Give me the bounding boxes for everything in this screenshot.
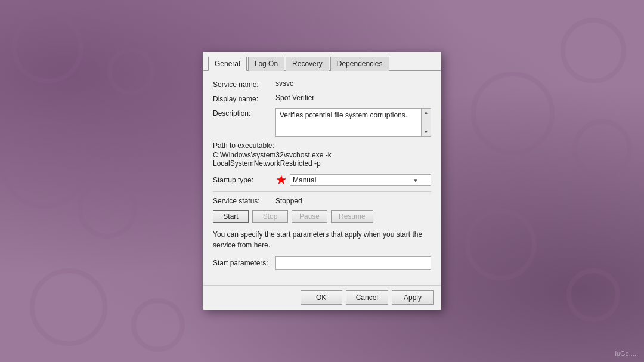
scroll-down-icon: ▼ — [424, 129, 429, 135]
start-params-row: Start parameters: — [213, 256, 431, 270]
description-row: Description: Verifies potential file sys… — [213, 108, 431, 137]
path-value: C:\Windows\system32\svchost.exe -k Local… — [213, 151, 431, 168]
service-name-row: Service name: svsvc — [213, 79, 431, 89]
start-button[interactable]: Start — [213, 210, 249, 223]
cancel-button[interactable]: Cancel — [346, 290, 388, 305]
tab-content-general: Service name: svsvc Display name: Spot V… — [203, 71, 441, 285]
tab-bar: General Log On Recovery Dependencies — [203, 52, 441, 71]
deco-circle — [131, 298, 185, 352]
stop-button[interactable]: Stop — [252, 210, 288, 223]
properties-dialog: General Log On Recovery Dependencies Ser… — [203, 52, 441, 310]
deco-circle — [30, 268, 107, 346]
deco-circle — [566, 268, 620, 322]
scroll-up-icon: ▲ — [424, 110, 429, 115]
info-text: You can specify the start parameters tha… — [213, 229, 431, 250]
display-name-row: Display name: Spot Verifier — [213, 94, 431, 103]
service-control-buttons: Start Stop Pause Resume — [213, 210, 431, 223]
service-status-row: Service status: Stopped — [213, 197, 431, 205]
startup-type-row: Startup type: ★ Manual ▼ — [213, 174, 431, 187]
deco-circle — [471, 72, 555, 155]
divider — [213, 191, 431, 192]
tab-dependencies[interactable]: Dependencies — [330, 57, 389, 71]
description-box: Verifies potential file system corruptio… — [275, 108, 431, 137]
ok-button[interactable]: OK — [301, 290, 342, 305]
tab-general[interactable]: General — [208, 57, 247, 71]
tab-recovery[interactable]: Recovery — [286, 57, 329, 71]
deco-circle — [572, 119, 632, 179]
deco-circle — [561, 18, 626, 83]
deco-circle — [465, 209, 537, 280]
deco-circle — [78, 179, 137, 239]
description-text: Verifies potential file system corruptio… — [280, 111, 418, 119]
service-status-label: Service status: — [213, 197, 275, 205]
resume-button[interactable]: Resume — [331, 210, 373, 223]
deco-circle — [12, 12, 83, 83]
start-params-label: Start parameters: — [213, 259, 275, 267]
pause-button[interactable]: Pause — [292, 210, 327, 223]
service-status-value: Stopped — [275, 197, 302, 205]
service-name-label: Service name: — [213, 79, 275, 89]
dropdown-arrow-icon: ▼ — [413, 177, 419, 184]
start-params-input[interactable] — [275, 256, 431, 270]
tab-logon[interactable]: Log On — [248, 57, 284, 71]
deco-circle — [107, 48, 155, 95]
description-scrollbar[interactable]: ▲ ▼ — [421, 109, 431, 136]
startup-type-value: Manual — [293, 176, 316, 184]
path-label: Path to executable: — [213, 141, 431, 150]
watermark: iuGo..... — [615, 350, 638, 357]
startup-type-label: Startup type: — [213, 176, 275, 184]
star-icon: ★ — [275, 174, 287, 187]
description-label: Description: — [213, 108, 275, 117]
startup-type-dropdown[interactable]: Manual ▼ — [290, 174, 431, 186]
path-section: Path to executable: C:\Windows\system32\… — [213, 141, 431, 168]
apply-button[interactable]: Apply — [392, 290, 434, 305]
deco-circle — [0, 119, 89, 209]
dialog-footer: OK Cancel Apply — [203, 285, 441, 310]
display-name-value: Spot Verifier — [275, 94, 431, 102]
display-name-label: Display name: — [213, 94, 275, 103]
service-name-value: svsvc — [275, 79, 431, 88]
